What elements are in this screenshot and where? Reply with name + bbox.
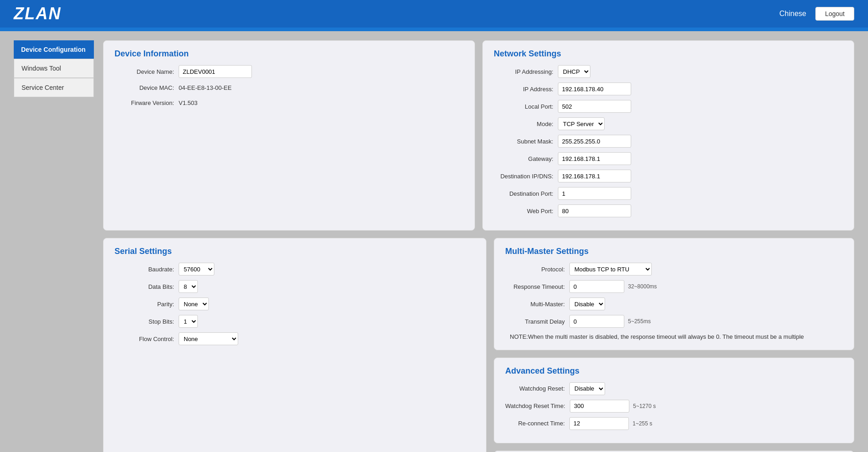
advanced-settings-card: Advanced Settings Watchdog Reset: Disabl…: [494, 358, 854, 443]
response-timeout-input[interactable]: [569, 280, 624, 293]
flow-control-select[interactable]: None RTS/CTS XON/XOFF: [179, 332, 238, 345]
ip-addressing-select[interactable]: DHCP Static: [558, 65, 590, 78]
response-timeout-hint: 32~8000ms: [628, 283, 657, 290]
watchdog-reset-time-label: Watchdog Reset Time:: [505, 402, 570, 409]
sidebar-item-service-center[interactable]: Service Center: [14, 78, 94, 97]
multi-master-note: NOTE:When the multi master is disabled, …: [505, 332, 843, 342]
data-bits-row: Data Bits: 7 8: [115, 280, 475, 293]
serial-settings-card: Serial Settings Baudrate: 9600 19200 384…: [103, 238, 486, 452]
watchdog-reset-row: Watchdog Reset: Disable Enable: [505, 382, 843, 395]
ip-address-row: IP Address:: [494, 83, 843, 95]
firmware-version-row: Firware Version: V1.503: [115, 98, 464, 108]
local-port-label: Local Port:: [494, 103, 558, 110]
subnet-mask-row: Subnet Mask:: [494, 135, 843, 148]
device-name-label: Device Name:: [115, 68, 179, 75]
content: Device Information Device Name: Device M…: [103, 40, 854, 452]
serial-settings-title: Serial Settings: [115, 247, 475, 256]
sidebar-item-device-configuration[interactable]: Device Configuration: [14, 40, 94, 59]
firmware-version-label: Firware Version:: [115, 99, 179, 106]
modify-password-card: Modify Web Password New Password:: [494, 451, 854, 452]
parity-label: Parity:: [115, 301, 179, 308]
device-mac-value: 04-EE-E8-13-00-EE: [179, 83, 232, 93]
firmware-version-value: V1.503: [179, 98, 197, 108]
multi-master-card: Multi-Master Settings Protocol: Modbus T…: [494, 238, 854, 350]
ip-addressing-label: IP Addressing:: [494, 68, 558, 75]
header-divider: [0, 28, 868, 31]
sidebar: Device Configuration Windows Tool Servic…: [14, 40, 94, 452]
multi-master-row: Multi-Master: Disable Enable: [505, 298, 843, 310]
header-right: Chinese Logout: [779, 7, 854, 21]
destination-ip-label: Destination IP/DNS:: [494, 173, 558, 180]
stop-bits-label: Stop Bits:: [115, 318, 179, 325]
main-layout: Device Configuration Windows Tool Servic…: [0, 31, 868, 452]
reconnect-time-hint: 1~255 s: [633, 420, 652, 427]
baudrate-row: Baudrate: 9600 19200 38400 57600 115200: [115, 263, 475, 276]
right-column: Multi-Master Settings Protocol: Modbus T…: [494, 238, 854, 452]
advanced-settings-title: Advanced Settings: [505, 366, 843, 376]
transmit-delay-row: Transmit Delay 5~255ms: [505, 315, 843, 328]
destination-ip-row: Destination IP/DNS:: [494, 170, 843, 182]
local-port-row: Local Port:: [494, 100, 843, 113]
baudrate-label: Baudrate:: [115, 266, 179, 273]
stop-bits-select[interactable]: 1 2: [179, 315, 198, 328]
device-information-card: Device Information Device Name: Device M…: [103, 40, 475, 231]
mode-select[interactable]: TCP Server TCP Client UDP: [558, 117, 605, 130]
subnet-mask-input[interactable]: [558, 135, 631, 148]
watchdog-reset-time-hint: 5~1270 s: [633, 403, 656, 409]
row-2: Serial Settings Baudrate: 9600 19200 384…: [103, 238, 854, 452]
ip-address-input[interactable]: [558, 83, 631, 95]
protocol-row: Protocol: Modbus TCP to RTU None: [505, 263, 843, 276]
data-bits-select[interactable]: 7 8: [179, 280, 198, 293]
data-bits-label: Data Bits:: [115, 283, 179, 290]
watchdog-reset-label: Watchdog Reset:: [505, 385, 569, 392]
destination-ip-input[interactable]: [558, 170, 631, 182]
row-1: Device Information Device Name: Device M…: [103, 40, 854, 231]
local-port-input[interactable]: [558, 100, 631, 113]
logout-button[interactable]: Logout: [815, 7, 854, 21]
stop-bits-row: Stop Bits: 1 2: [115, 315, 475, 328]
web-port-row: Web Port:: [494, 204, 843, 217]
device-mac-row: Device MAC: 04-EE-E8-13-00-EE: [115, 83, 464, 93]
destination-port-row: Destination Port:: [494, 187, 843, 200]
mode-row: Mode: TCP Server TCP Client UDP: [494, 117, 843, 130]
device-name-input[interactable]: [179, 65, 252, 78]
baudrate-select[interactable]: 9600 19200 38400 57600 115200: [179, 263, 214, 276]
device-mac-label: Device MAC:: [115, 84, 179, 91]
reconnect-time-input[interactable]: [569, 417, 629, 430]
protocol-select[interactable]: Modbus TCP to RTU None: [569, 263, 652, 276]
watchdog-reset-time-row: Watchdog Reset Time: 5~1270 s: [505, 400, 843, 413]
watchdog-reset-time-input[interactable]: [570, 400, 629, 413]
transmit-delay-hint: 5~255ms: [628, 318, 651, 325]
flow-control-row: Flow Control: None RTS/CTS XON/XOFF: [115, 332, 475, 345]
multi-master-select[interactable]: Disable Enable: [569, 298, 605, 310]
response-timeout-label: Response Timeout:: [505, 283, 569, 290]
response-timeout-row: Response Timeout: 32~8000ms: [505, 280, 843, 293]
destination-port-label: Destination Port:: [494, 190, 558, 197]
parity-select[interactable]: None Even Odd: [179, 298, 209, 310]
logo: ZLAN: [14, 4, 61, 23]
reconnect-time-row: Re-connect Time: 1~255 s: [505, 417, 843, 430]
ip-address-label: IP Address:: [494, 86, 558, 93]
destination-port-input[interactable]: [558, 187, 631, 200]
web-port-label: Web Port:: [494, 208, 558, 215]
device-information-title: Device Information: [115, 49, 464, 59]
header: ZLAN Chinese Logout: [0, 0, 868, 28]
mode-label: Mode:: [494, 121, 558, 127]
reconnect-time-label: Re-connect Time:: [505, 420, 569, 427]
multi-master-label: Multi-Master:: [505, 301, 569, 308]
ip-addressing-row: IP Addressing: DHCP Static: [494, 65, 843, 78]
transmit-delay-input[interactable]: [569, 315, 624, 328]
transmit-delay-label: Transmit Delay: [505, 318, 569, 325]
gateway-input[interactable]: [558, 152, 631, 165]
watchdog-reset-select[interactable]: Disable Enable: [569, 382, 605, 395]
parity-row: Parity: None Even Odd: [115, 298, 475, 310]
gateway-label: Gateway:: [494, 155, 558, 162]
web-port-input[interactable]: [558, 204, 631, 217]
device-name-row: Device Name:: [115, 65, 464, 78]
network-settings-card: Network Settings IP Addressing: DHCP Sta…: [482, 40, 854, 231]
network-settings-title: Network Settings: [494, 49, 843, 59]
multi-master-title: Multi-Master Settings: [505, 247, 843, 256]
chinese-link[interactable]: Chinese: [779, 10, 806, 18]
sidebar-item-windows-tool[interactable]: Windows Tool: [14, 59, 94, 78]
flow-control-label: Flow Control:: [115, 336, 179, 342]
